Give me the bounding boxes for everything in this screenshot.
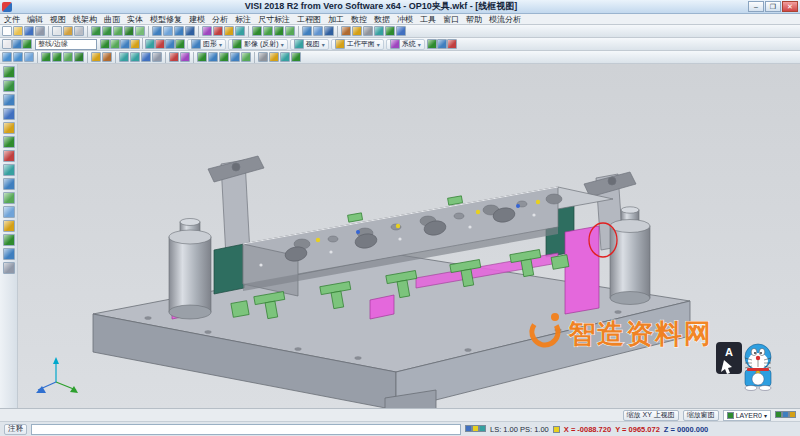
toolbar-icon[interactable] [241,52,251,62]
toolbar-icon[interactable] [437,39,447,49]
menu-item[interactable]: 实体 [127,14,143,25]
selection-filter-field[interactable]: 整线/边缘 [35,39,97,50]
toolbar-icon[interactable] [302,26,312,36]
toolbar-icon[interactable] [74,26,84,36]
zoom-window-button[interactable]: 缩放窗图 [683,410,719,421]
menu-item[interactable]: 建模 [189,14,205,25]
menu-item[interactable]: 数据 [374,14,390,25]
toolbar-icon[interactable] [130,39,140,49]
toolbar-icon[interactable] [3,178,15,190]
toolbar-icon[interactable] [269,52,279,62]
menu-item[interactable]: 尺寸标注 [258,14,290,25]
toolbar-dropdown[interactable]: 影像 (反射)▾ [228,39,288,50]
toolbar-icon[interactable] [197,52,207,62]
toolbar-icon[interactable] [163,26,173,36]
toolbar-icon[interactable] [230,52,240,62]
3d-viewport[interactable]: 智造资料网 A [18,64,800,408]
support-cylinder-right[interactable] [610,207,650,305]
layer-selector[interactable]: LAYER0 ▾ [723,410,771,421]
toolbar-dropdown[interactable]: 视图▾ [290,39,329,50]
toolbar-icon[interactable] [152,52,162,62]
toolbar-icon[interactable] [3,164,15,176]
toolbar-icon[interactable] [3,220,15,232]
toolbar-dropdown[interactable]: 系统▾ [386,39,425,50]
menu-item[interactable]: 工程图 [297,14,321,25]
toolbar-icon[interactable] [2,26,12,36]
toolbar-icon[interactable] [3,108,15,120]
toolbar-icon[interactable] [427,39,437,49]
toolbar-icon[interactable] [352,26,362,36]
toolbar-icon[interactable] [155,39,165,49]
toolbar-icon[interactable] [3,66,15,78]
toolbar-icon[interactable] [100,39,110,49]
toolbar-icon[interactable] [12,39,22,49]
toolbar-icon[interactable] [472,425,479,432]
toolbar-icon[interactable] [3,150,15,162]
toolbar-icon[interactable] [258,52,268,62]
toolbar-icon[interactable] [22,39,32,49]
viewport-canvas[interactable]: 智造资料网 A [18,64,800,408]
menu-item[interactable]: 分析 [212,14,228,25]
toolbar-icon[interactable] [141,52,151,62]
toolbar-icon[interactable] [363,26,373,36]
menu-item[interactable]: 加工 [328,14,344,25]
datum-block-left[interactable] [214,244,244,294]
toolbar-icon[interactable] [285,26,295,36]
menu-item[interactable]: 模型修复 [150,14,182,25]
toolbar-icon[interactable] [3,122,15,134]
toolbar-icon[interactable] [119,52,129,62]
menu-item[interactable]: 标注 [235,14,251,25]
support-cylinder-left[interactable] [169,219,211,320]
toolbar-icon[interactable] [3,80,15,92]
toolbar-icon[interactable] [91,52,101,62]
toolbar-icon[interactable] [447,39,457,49]
toolbar-icon[interactable] [789,411,796,418]
zoom-xy-button[interactable]: 缩放 XY 上视图 [623,410,679,421]
toolbar-icon[interactable] [280,52,290,62]
close-button[interactable]: ✕ [782,1,798,12]
menu-item[interactable]: 文件 [4,14,20,25]
toolbar-icon[interactable] [3,262,15,274]
toolbar-icon[interactable] [135,26,145,36]
toolbar-icon[interactable] [13,52,23,62]
toolbar-icon[interactable] [124,26,134,36]
menu-item[interactable]: 工具 [420,14,436,25]
toolbar-icon[interactable] [63,52,73,62]
toolbar-icon[interactable] [202,26,212,36]
toolbar-icon[interactable] [102,52,112,62]
toolbar-icon[interactable] [35,26,45,36]
toolbar-icon[interactable] [385,26,395,36]
toolbar-icon[interactable] [3,94,15,106]
toolbar-icon[interactable] [3,248,15,260]
toolbar-icon[interactable] [291,52,301,62]
toolbar-icon[interactable] [180,52,190,62]
toolbar-icon[interactable] [24,26,34,36]
toolbar-icon[interactable] [169,52,179,62]
menu-item[interactable]: 视图 [50,14,66,25]
toolbar-icon[interactable] [324,26,334,36]
coordinate-mode-icon[interactable] [553,426,560,433]
toolbar-icon[interactable] [185,26,195,36]
toolbar-icon[interactable] [313,26,323,36]
toolbar-icon[interactable] [24,52,34,62]
toolbar-icon[interactable] [775,411,782,418]
toolbar-icon[interactable] [2,39,12,49]
toolbar-icon[interactable] [782,411,789,418]
toolbar-icon[interactable] [374,26,384,36]
toolbar-icon[interactable] [41,52,51,62]
toolbar-icon[interactable] [396,26,406,36]
toolbar-icon[interactable] [224,26,234,36]
toolbar-dropdown[interactable]: 图形▾ [187,39,226,50]
menu-item[interactable]: 冲模 [397,14,413,25]
toolbar-icon[interactable] [145,39,155,49]
toolbar-icon[interactable] [263,26,273,36]
toolbar-icon[interactable] [102,26,112,36]
menu-item[interactable]: 模流分析 [489,14,521,25]
toolbar-icon[interactable] [2,52,12,62]
toolbar-icon[interactable] [274,26,284,36]
toolbar-icon[interactable] [208,52,218,62]
menu-item[interactable]: 编辑 [27,14,43,25]
toolbar-icon[interactable] [341,26,351,36]
toolbar-icon[interactable] [91,26,101,36]
note-input[interactable] [31,424,461,435]
